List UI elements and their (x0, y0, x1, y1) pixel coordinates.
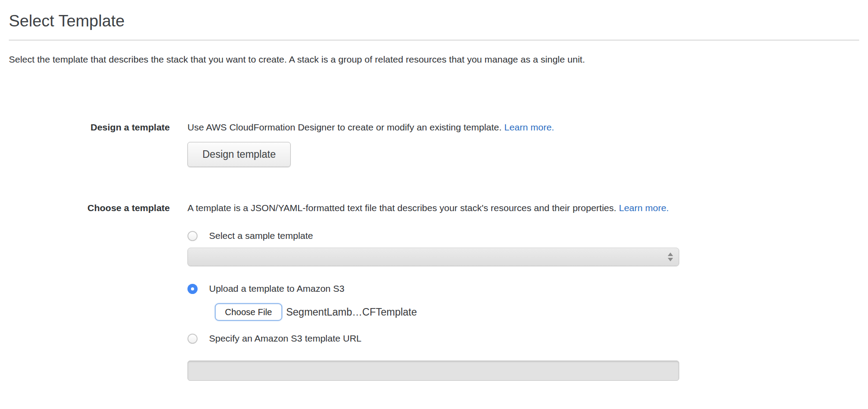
radio-unselected-icon[interactable] (187, 231, 198, 241)
radio-upload-template-s3[interactable]: Upload a template to Amazon S3 (187, 283, 859, 294)
choose-file-button[interactable]: Choose File (215, 303, 282, 321)
radio-label-sample-template[interactable]: Select a sample template (209, 231, 313, 241)
choose-template-description-text: A template is a JSON/YAML-formatted text… (187, 203, 616, 213)
design-template-description: Use AWS CloudFormation Designer to creat… (187, 121, 859, 134)
radio-label-upload-s3[interactable]: Upload a template to Amazon S3 (209, 283, 344, 294)
s3-template-url-input[interactable] (187, 361, 679, 381)
stepper-down-arrow-icon (668, 258, 673, 261)
radio-select-sample-template[interactable]: Select a sample template (187, 231, 859, 241)
radio-selected-icon[interactable] (187, 284, 198, 294)
header-divider (9, 40, 859, 41)
page-description: Select the template that describes the s… (9, 54, 859, 65)
choose-template-description: A template is a JSON/YAML-formatted text… (187, 201, 859, 215)
uploaded-file-name: SegmentLamb…CFTemplate (286, 306, 417, 318)
design-template-row: Design a template Use AWS CloudFormation… (9, 121, 859, 167)
design-learn-more-link[interactable]: Learn more. (504, 122, 554, 132)
design-template-button[interactable]: Design template (187, 142, 291, 167)
design-template-description-text: Use AWS CloudFormation Designer to creat… (187, 122, 501, 132)
template-form: Design a template Use AWS CloudFormation… (9, 121, 859, 381)
design-template-content: Use AWS CloudFormation Designer to creat… (187, 121, 859, 167)
radio-label-specify-s3-url[interactable]: Specify an Amazon S3 template URL (209, 333, 362, 344)
choose-template-row: Choose a template A template is a JSON/Y… (9, 201, 859, 381)
choose-learn-more-link[interactable]: Learn more. (619, 203, 669, 213)
file-upload-row: Choose File SegmentLamb…CFTemplate (215, 303, 859, 321)
choose-template-label: Choose a template (9, 201, 170, 381)
select-template-page: Select Template Select the template that… (0, 11, 868, 381)
sample-template-select[interactable] (187, 248, 679, 266)
page-title: Select Template (9, 11, 859, 31)
design-template-label: Design a template (9, 121, 170, 167)
radio-specify-s3-url[interactable]: Specify an Amazon S3 template URL (187, 333, 859, 344)
stepper-up-arrow-icon (668, 253, 673, 256)
choose-template-content: A template is a JSON/YAML-formatted text… (187, 201, 859, 381)
radio-unselected-icon[interactable] (187, 334, 198, 344)
select-stepper-icon (668, 248, 673, 266)
